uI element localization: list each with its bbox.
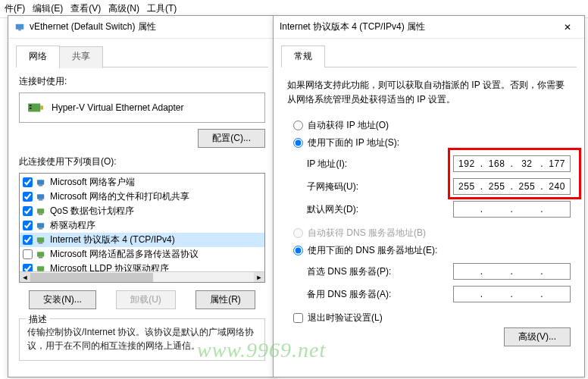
menu-file[interactable]: 件(F)	[5, 2, 25, 15]
items-label: 此连接使用下列项目(O):	[19, 155, 265, 168]
titlebar: vEthernet (Default Switch) 属性	[8, 16, 276, 39]
preferred-dns-input[interactable]: . . .	[453, 263, 571, 280]
menu-view[interactable]: 查看(V)	[70, 2, 101, 15]
svg-rect-3	[40, 105, 43, 109]
menu-tools[interactable]: 工具(T)	[147, 2, 177, 15]
tab-sharing[interactable]: 共享	[59, 46, 103, 68]
svg-rect-8	[37, 194, 44, 199]
list-item-checkbox[interactable]	[23, 177, 33, 187]
svg-rect-6	[37, 180, 44, 185]
svg-rect-1	[18, 29, 21, 30]
radio-manual-dns-label: 使用下面的 DNS 服务器地址(E):	[308, 244, 437, 257]
window-title: Internet 协议版本 4 (TCP/IPv4) 属性	[280, 20, 425, 33]
radio-auto-ip-input[interactable]	[293, 121, 303, 130]
checkbox-validate-input[interactable]	[293, 313, 303, 323]
nic-icon	[27, 101, 44, 114]
radio-auto-ip-label: 自动获得 IP 地址(O)	[308, 119, 389, 132]
radio-auto-ip[interactable]: 自动获得 IP 地址(O)	[293, 119, 571, 132]
radio-auto-dns-label: 自动获得 DNS 服务器地址(B)	[308, 227, 426, 240]
list-item[interactable]: Microsoft 网络适配器多路传送器协议	[20, 247, 264, 262]
radio-manual-ip-input[interactable]	[293, 138, 303, 148]
list-item-label: 桥驱动程序	[50, 219, 95, 232]
ip-address-input[interactable]: 192. 168. 32. 177	[453, 155, 571, 172]
radio-auto-dns-input	[293, 228, 303, 238]
adapter-box: Hyper-V Virtual Ethernet Adapter	[19, 92, 265, 123]
menu-advanced[interactable]: 高级(N)	[108, 2, 139, 15]
tabstrip: 网络 共享	[16, 45, 268, 67]
svg-rect-9	[39, 199, 43, 200]
svg-rect-10	[37, 208, 44, 214]
alternate-dns-label: 备用 DNS 服务器(A):	[307, 288, 391, 301]
svg-rect-7	[39, 184, 43, 186]
scroll-thumb[interactable]	[30, 273, 153, 282]
protocol-icon	[36, 221, 46, 230]
svg-rect-11	[39, 213, 43, 215]
radio-manual-dns-input[interactable]	[293, 246, 303, 255]
list-item-checkbox[interactable]	[23, 235, 33, 245]
list-item[interactable]: Microsoft 网络的文件和打印机共享	[20, 190, 264, 204]
ip-address-label: IP 地址(I):	[307, 158, 347, 171]
protocol-icon	[36, 236, 46, 245]
subnet-mask-input[interactable]: 255. 255. 255. 240	[453, 178, 571, 195]
radio-manual-dns[interactable]: 使用下面的 DNS 服务器地址(E):	[293, 244, 571, 257]
menu-edit[interactable]: 编辑(E)	[33, 2, 63, 15]
list-item[interactable]: Internet 协议版本 4 (TCP/IPv4)	[20, 233, 264, 247]
list-item-checkbox[interactable]	[23, 249, 33, 259]
list-item-label: Internet 协议版本 4 (TCP/IPv4)	[50, 233, 175, 246]
preferred-dns-label: 首选 DNS 服务器(P):	[307, 265, 391, 278]
properties-button[interactable]: 属性(R)	[195, 290, 255, 309]
svg-rect-13	[39, 227, 43, 229]
radio-auto-dns: 自动获得 DNS 服务器地址(B)	[293, 227, 571, 240]
svg-rect-18	[37, 266, 44, 271]
list-item-label: Microsoft 网络的文件和打印机共享	[50, 190, 189, 203]
scroll-right-button[interactable]: ►	[254, 272, 264, 283]
description-title: 描述	[26, 313, 50, 326]
gateway-input[interactable]: . . .	[453, 201, 571, 218]
configure-button[interactable]: 配置(C)...	[198, 129, 265, 148]
radio-manual-ip-label: 使用下面的 IP 地址(S):	[308, 136, 399, 149]
protocol-icon	[36, 193, 46, 202]
connect-using-label: 连接时使用:	[19, 75, 265, 88]
svg-rect-17	[39, 256, 43, 258]
alternate-dns-input[interactable]: . . .	[453, 286, 571, 302]
advanced-button[interactable]: 高级(V)...	[504, 327, 571, 346]
list-item-checkbox[interactable]	[23, 206, 33, 216]
list-item[interactable]: QoS 数据包计划程序	[20, 204, 264, 218]
close-icon[interactable]: ✕	[557, 22, 578, 33]
titlebar: Internet 协议版本 4 (TCP/IPv4) 属性 ✕	[274, 16, 584, 39]
window-tcpip-properties: Internet 协议版本 4 (TCP/IPv4) 属性 ✕ 常规 如果网络支…	[273, 15, 585, 377]
subnet-mask-label: 子网掩码(U):	[307, 180, 358, 193]
svg-rect-5	[30, 108, 32, 109]
protocol-icon	[36, 250, 46, 259]
info-text: 如果网络支持此功能，则可以获取自动指派的 IP 设置。否则，你需要从网络系统管理…	[287, 78, 571, 107]
protocol-icon	[36, 178, 46, 187]
list-item-label: Microsoft 网络客户端	[50, 176, 135, 189]
checkbox-validate-on-exit[interactable]: 退出时验证设置(L)	[293, 312, 571, 324]
tab-general[interactable]: 常规	[281, 45, 325, 67]
window-adapter-properties: vEthernet (Default Switch) 属性 网络 共享 连接时使…	[8, 15, 277, 377]
gateway-label: 默认网关(D):	[307, 203, 358, 216]
scroll-left-button[interactable]: ◄	[20, 272, 30, 283]
svg-rect-14	[37, 237, 44, 243]
svg-rect-15	[39, 242, 43, 243]
svg-rect-0	[16, 23, 24, 29]
uninstall-button: 卸载(U)	[116, 290, 176, 309]
scrollbar-horizontal[interactable]: ◄ ►	[20, 271, 264, 282]
list-item[interactable]: 桥驱动程序	[20, 218, 264, 233]
tabstrip: 常规	[281, 45, 577, 67]
tab-network[interactable]: 网络	[16, 45, 60, 67]
radio-manual-ip[interactable]: 使用下面的 IP 地址(S):	[293, 136, 571, 149]
list-item[interactable]: Microsoft 网络客户端	[20, 175, 264, 190]
connection-items-list[interactable]: Microsoft 网络客户端Microsoft 网络的文件和打印机共享QoS …	[19, 173, 265, 283]
list-item-checkbox[interactable]	[23, 192, 33, 202]
list-item-checkbox[interactable]	[23, 221, 33, 230]
window-title: vEthernet (Default Switch) 属性	[30, 20, 156, 33]
list-item-label: QoS 数据包计划程序	[50, 205, 134, 218]
install-button[interactable]: 安装(N)...	[29, 290, 96, 309]
svg-rect-16	[37, 252, 44, 257]
description-text: 传输控制协议/Internet 协议。该协议是默认的广域网络协议，用于在不同的相…	[27, 325, 257, 352]
svg-rect-12	[37, 223, 44, 228]
svg-rect-4	[30, 105, 32, 106]
checkbox-validate-label: 退出时验证设置(L)	[308, 312, 383, 324]
list-item-label: Microsoft 网络适配器多路传送器协议	[50, 248, 199, 261]
